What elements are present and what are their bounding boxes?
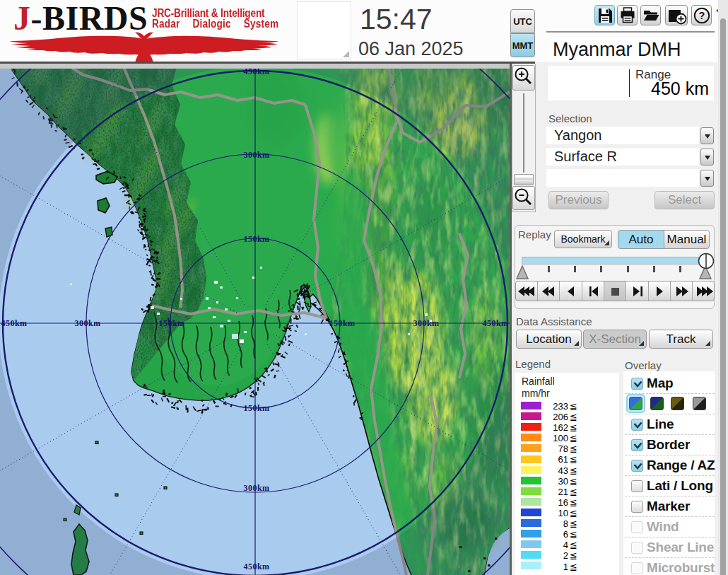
svg-text:300km: 300km [74, 318, 100, 328]
svg-text:300km: 300km [243, 150, 269, 160]
svg-text:150km: 150km [243, 403, 269, 413]
svg-text:300km: 300km [243, 483, 269, 493]
svg-text:150km: 150km [158, 318, 184, 328]
svg-text:450km: 450km [1, 318, 27, 328]
svg-text:150km: 150km [243, 234, 269, 244]
svg-text:?: ? [699, 10, 705, 21]
svg-text:450km: 450km [243, 562, 269, 571]
svg-text:150km: 150km [329, 318, 355, 328]
svg-text:300km: 300km [413, 318, 439, 328]
svg-text:450km: 450km [482, 318, 508, 328]
